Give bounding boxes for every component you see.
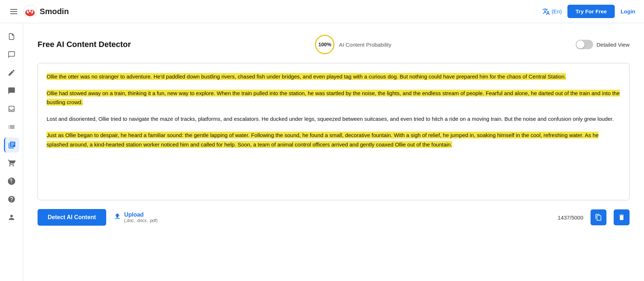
- highlighted-text-2: Ollie had stowed away on a train, thinki…: [47, 90, 620, 106]
- translate-icon: [542, 8, 550, 16]
- lang-label: (En): [552, 8, 562, 14]
- logo-image: [23, 5, 37, 18]
- page-title: Free AI Content Detector: [38, 40, 131, 49]
- upload-icon: [113, 212, 121, 222]
- char-count: 1437/5000: [558, 214, 583, 221]
- svg-point-5: [28, 12, 32, 14]
- upload-section[interactable]: Upload (.doc, .docx, .pdf): [113, 212, 158, 223]
- upload-label: Upload: [124, 212, 158, 218]
- text-paragraph-3: Lost and disoriented, Ollie tried to nav…: [47, 114, 621, 124]
- logo-text: Smodin: [40, 7, 69, 16]
- sidebar-item-help[interactable]: [4, 192, 19, 207]
- sidebar-item-cart[interactable]: [4, 156, 19, 171]
- copy-icon: [595, 214, 602, 221]
- trash-icon: [618, 214, 625, 221]
- sidebar-item-rewrite[interactable]: [4, 47, 19, 62]
- svg-point-3: [28, 10, 30, 12]
- text-display-area[interactable]: Ollie the otter was no stranger to adven…: [38, 63, 630, 200]
- text-paragraph-4: Just as Ollie began to despair, he heard…: [47, 131, 621, 149]
- main-content: Free AI Content Detector 100% AI Content…: [23, 23, 644, 281]
- page-header: Free AI Content Detector 100% AI Content…: [38, 35, 630, 54]
- text-paragraph-2: Ollie had stowed away on a train, thinki…: [47, 89, 621, 107]
- sidebar-item-messages[interactable]: [4, 83, 19, 98]
- probability-label: AI Content Probability: [339, 42, 391, 48]
- logo-container: Smodin: [23, 5, 69, 18]
- header-right: Detailed View: [576, 40, 630, 49]
- sidebar-item-library[interactable]: [4, 137, 19, 153]
- sidebar-item-document[interactable]: [4, 29, 19, 44]
- upload-formats: (.doc, .docx, .pdf): [124, 218, 158, 223]
- detailed-view-toggle[interactable]: [576, 40, 593, 49]
- detect-ai-content-button[interactable]: Detect AI Content: [38, 209, 106, 226]
- navbar: Smodin (En) Try For Free Login: [0, 0, 644, 23]
- copy-button[interactable]: [591, 209, 606, 225]
- bottom-toolbar: Detect AI Content Upload (.doc, .docx, .…: [38, 209, 630, 226]
- sidebar-item-support[interactable]: [4, 174, 19, 189]
- navbar-right: (En) Try For Free Login: [542, 5, 635, 18]
- sidebar-item-profile[interactable]: [4, 210, 19, 225]
- text-paragraph-1: Ollie the otter was no stranger to adven…: [47, 72, 621, 81]
- language-selector[interactable]: (En): [542, 8, 562, 16]
- svg-point-4: [31, 10, 33, 12]
- normal-text-3: Lost and disoriented, Ollie tried to nav…: [47, 116, 614, 122]
- detailed-view-label: Detailed View: [597, 42, 630, 48]
- sidebar-item-edit[interactable]: [4, 65, 19, 80]
- sidebar: [0, 23, 23, 281]
- sidebar-item-list[interactable]: [4, 119, 19, 135]
- navbar-left: Smodin: [9, 5, 69, 18]
- probability-circle: 100%: [315, 35, 334, 54]
- sidebar-item-inbox[interactable]: [4, 101, 19, 116]
- delete-button[interactable]: [614, 209, 630, 225]
- highlighted-text-4: Just as Ollie began to despair, he heard…: [47, 132, 598, 148]
- login-button[interactable]: Login: [621, 8, 635, 14]
- upload-text-block: Upload (.doc, .docx, .pdf): [124, 212, 158, 223]
- highlighted-text-1: Ollie the otter was no stranger to adven…: [47, 73, 566, 80]
- try-for-free-button[interactable]: Try For Free: [567, 5, 615, 18]
- header-center: 100% AI Content Probability: [315, 35, 391, 54]
- hamburger-icon[interactable]: [9, 8, 19, 16]
